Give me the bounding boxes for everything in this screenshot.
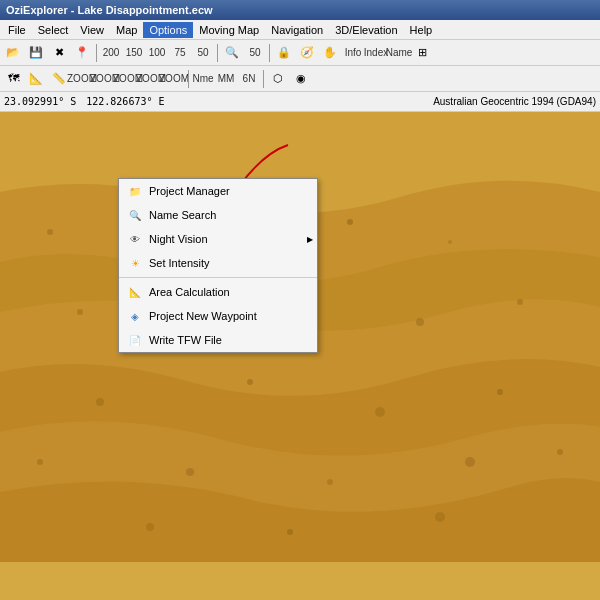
navigate-icon: 🧭 <box>300 47 314 58</box>
menu-file[interactable]: File <box>2 22 32 38</box>
svg-point-11 <box>96 398 104 406</box>
svg-point-14 <box>497 389 503 395</box>
load-button[interactable]: 📂 <box>2 42 24 64</box>
waypoint-icon: ◈ <box>127 308 143 324</box>
coord-bar: 23.092991° S 122.826673° E Australian Ge… <box>0 92 600 112</box>
set-intensity-icon: ☀ <box>127 255 143 271</box>
area-calculation-label: Area Calculation <box>149 286 230 298</box>
title-bar: OziExplorer - Lake Disappointment.ecw <box>0 0 600 20</box>
menu-project-manager[interactable]: 📁 Project Manager <box>119 179 317 203</box>
grid-button[interactable]: ⊞ <box>411 42 433 64</box>
save-button[interactable]: 💾 <box>25 42 47 64</box>
lock-icon: 🔒 <box>277 47 291 58</box>
tb2-nme[interactable]: Nme <box>192 68 214 90</box>
tb2-extra-icon1: ⬡ <box>273 73 283 84</box>
tb2-icon1: 🗺 <box>8 73 19 84</box>
load-icon: 📂 <box>6 47 20 58</box>
name-search-icon: 🔍 <box>127 207 143 223</box>
toolbar-row1: 📂 💾 ✖ 📍 200 150 100 75 50 🔍 50 🔒 🧭 ✋ Inf… <box>0 40 600 66</box>
sep3 <box>269 44 270 62</box>
menu-write-tfw-file[interactable]: 📄 Write TFW File <box>119 328 317 352</box>
svg-point-10 <box>517 299 523 305</box>
menu-navigation[interactable]: Navigation <box>265 22 329 38</box>
zoom50-button[interactable]: 50 <box>192 42 214 64</box>
svg-point-18 <box>465 457 475 467</box>
vpt-button[interactable]: 📍 <box>71 42 93 64</box>
project-new-waypoint-label: Project New Waypoint <box>149 310 257 322</box>
quit-button[interactable]: ✖ <box>48 42 70 64</box>
set-intensity-label: Set Intensity <box>149 257 210 269</box>
sep1 <box>96 44 97 62</box>
menu-name-search[interactable]: 🔍 Name Search <box>119 203 317 227</box>
lock-button[interactable]: 🔒 <box>273 42 295 64</box>
drag-icon: ✋ <box>323 47 337 58</box>
menu-select[interactable]: Select <box>32 22 75 38</box>
tb2-zoom50[interactable]: ZOOM <box>163 68 185 90</box>
tb2-extra1[interactable]: ⬡ <box>267 68 289 90</box>
svg-point-6 <box>77 309 83 315</box>
latitude-display: 23.092991° S <box>4 96 76 107</box>
svg-point-12 <box>247 379 253 385</box>
50-button[interactable]: 50 <box>244 42 266 64</box>
sep4 <box>188 70 189 88</box>
svg-point-22 <box>435 512 445 522</box>
zoom150-button[interactable]: 150 <box>123 42 145 64</box>
write-tfw-label: Write TFW File <box>149 334 222 346</box>
svg-point-21 <box>287 529 293 535</box>
vpt-icon: 📍 <box>75 47 89 58</box>
svg-point-9 <box>416 318 424 326</box>
night-vision-label: Night Vision <box>149 233 208 245</box>
svg-point-17 <box>327 479 333 485</box>
sep2 <box>217 44 218 62</box>
options-dropdown-menu: 📁 Project Manager 🔍 Name Search 👁 Night … <box>118 178 318 353</box>
menu-separator <box>119 277 317 278</box>
menu-options[interactable]: Options <box>143 22 193 38</box>
svg-point-5 <box>448 240 452 244</box>
svg-point-1 <box>47 229 53 235</box>
name-button[interactable]: Name <box>388 42 410 64</box>
menu-bar: File Select View Map Options Moving Map … <box>0 20 600 40</box>
window-title: OziExplorer - Lake Disappointment.ecw <box>6 4 213 16</box>
drag-button[interactable]: ✋ <box>319 42 341 64</box>
tb2-extra2[interactable]: ◉ <box>290 68 312 90</box>
tb2-icon3: 📏 <box>52 73 66 84</box>
menu-area-calculation[interactable]: 📐 Area Calculation <box>119 280 317 304</box>
folder-icon: 📁 <box>127 183 143 199</box>
longitude-display: 122.826673° E <box>86 96 164 107</box>
quit-icon: ✖ <box>55 47 64 58</box>
tb2-6n[interactable]: 6N <box>238 68 260 90</box>
area-calc-icon: 📐 <box>127 284 143 300</box>
menu-help[interactable]: Help <box>404 22 439 38</box>
grid-icon: ⊞ <box>418 47 427 58</box>
menu-view[interactable]: View <box>74 22 110 38</box>
menu-night-vision[interactable]: 👁 Night Vision <box>119 227 317 251</box>
name-search-label: Name Search <box>149 209 216 221</box>
toolbar-row2: 🗺 📐 📏 ZOOM ZOOM ZOOM ZOOM ZOOM Nme MM 6N… <box>0 66 600 92</box>
menu-map[interactable]: Map <box>110 22 143 38</box>
zoom200-button[interactable]: 200 <box>100 42 122 64</box>
svg-point-13 <box>375 407 385 417</box>
svg-point-19 <box>557 449 563 455</box>
svg-point-20 <box>146 523 154 531</box>
tb2-btn1[interactable]: 🗺 <box>2 68 24 90</box>
svg-point-16 <box>186 468 194 476</box>
zoom75-button[interactable]: 75 <box>169 42 191 64</box>
tb2-btn2[interactable]: 📐 <box>25 68 47 90</box>
sep5 <box>263 70 264 88</box>
tb2-icon2: 📐 <box>29 73 43 84</box>
map-area[interactable]: 📁 Project Manager 🔍 Name Search 👁 Night … <box>0 112 600 562</box>
menu-moving-map[interactable]: Moving Map <box>193 22 265 38</box>
svg-point-4 <box>347 219 353 225</box>
tb2-mm[interactable]: MM <box>215 68 237 90</box>
tfw-file-icon: 📄 <box>127 332 143 348</box>
zoom100-button[interactable]: 100 <box>146 42 168 64</box>
tb2-extra-icon2: ◉ <box>296 73 306 84</box>
navigate-button[interactable]: 🧭 <box>296 42 318 64</box>
menu-3d-elevation[interactable]: 3D/Elevation <box>329 22 403 38</box>
svg-point-15 <box>37 459 43 465</box>
menu-project-new-waypoint[interactable]: ◈ Project New Waypoint <box>119 304 317 328</box>
search-icon: 🔍 <box>225 47 239 58</box>
search-button[interactable]: 🔍 <box>221 42 243 64</box>
menu-set-intensity[interactable]: ☀ Set Intensity <box>119 251 317 275</box>
info-button[interactable]: Info <box>342 42 364 64</box>
